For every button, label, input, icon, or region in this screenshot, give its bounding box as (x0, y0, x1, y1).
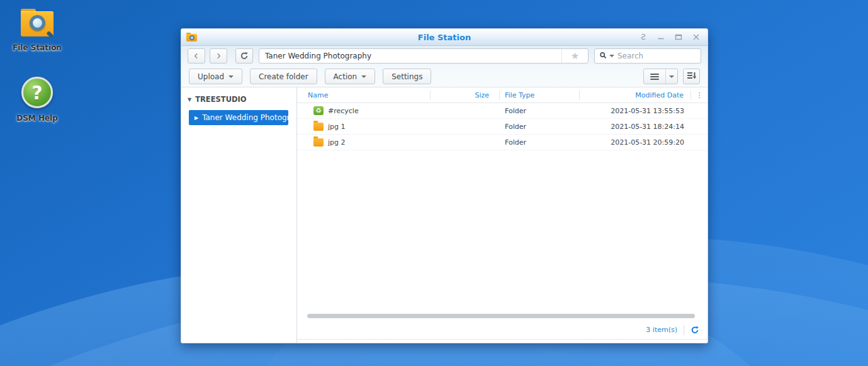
folder-icon (313, 123, 324, 131)
column-options-button[interactable]: ⋮ (691, 91, 707, 100)
navigation-bar: ★ (181, 46, 707, 66)
refresh-list-icon[interactable] (690, 326, 699, 335)
desktop-icon-dsm-help[interactable]: ? DSM Help (3, 77, 72, 123)
file-list: #recycle Folder 2021-05-31 13:55:53 jpg … (297, 103, 707, 321)
path-field: ★ (259, 48, 589, 64)
search-options-caret-icon[interactable] (609, 55, 614, 57)
column-header-name[interactable]: Name (297, 91, 431, 100)
caret-down-icon (228, 75, 234, 78)
minimize-icon[interactable] (657, 33, 665, 41)
window-title: File Station (181, 33, 707, 42)
view-mode-caret[interactable] (665, 69, 677, 84)
caret-down-icon (669, 75, 674, 78)
column-header-modified-date[interactable]: Modified Date (580, 91, 691, 100)
create-folder-button[interactable]: Create folder (250, 69, 317, 84)
forward-button[interactable] (210, 48, 227, 64)
column-options-icon: ⋮ (696, 91, 703, 99)
view-mode-button[interactable] (643, 69, 678, 84)
refresh-button[interactable] (235, 48, 253, 64)
sidebar-item-taner-wedding-photography[interactable]: ▶ Taner Wedding Photogr (189, 110, 288, 125)
sort-icon (687, 70, 697, 82)
file-name: jpg 2 (328, 138, 346, 147)
table-header: Name Size File Type Modified Date ⋮ (297, 87, 707, 103)
table-row[interactable]: jpg 1 Folder 2021-05-31 18:24:14 (297, 119, 707, 135)
file-list-panel: Name Size File Type Modified Date ⋮ #rec… (297, 87, 707, 343)
window-titlebar[interactable]: File Station Ƨ (181, 29, 707, 46)
folder-tree-sidebar: ▼ TREESTUDIO ▶ Taner Wedding Photogr (181, 87, 297, 343)
column-header-size[interactable]: Size (431, 91, 500, 100)
toolbar: Upload Create folder Action Settings (181, 66, 707, 87)
settings-button[interactable]: Settings (383, 69, 431, 84)
items-count: 3 item(s) (646, 326, 677, 334)
file-station-mini-icon (186, 33, 198, 42)
status-separator (684, 325, 684, 335)
caret-down-icon (361, 75, 366, 78)
table-row[interactable]: jpg 2 Folder 2021-05-31 20:59:20 (297, 135, 707, 150)
desktop-icon-label: DSM Help (3, 114, 72, 123)
desktop-icon-file-station[interactable]: File Station (3, 9, 72, 52)
tree-collapsed-icon[interactable]: ▶ (194, 115, 198, 121)
path-input[interactable] (259, 49, 561, 63)
star-bookmark-icon[interactable]: ★ (561, 49, 588, 63)
desktop-icon-label: File Station (3, 43, 72, 52)
close-icon[interactable] (692, 33, 700, 41)
column-header-file-type[interactable]: File Type (500, 91, 580, 100)
help-icon: ? (21, 77, 53, 108)
upload-button[interactable]: Upload (189, 69, 242, 84)
sort-button[interactable] (683, 69, 700, 84)
file-station-window: File Station Ƨ ★ (181, 28, 708, 343)
back-button[interactable] (188, 48, 205, 64)
folder-icon (313, 138, 324, 147)
search-box (594, 48, 701, 64)
status-bar: 3 item(s) (297, 321, 707, 340)
file-name: jpg 1 (328, 123, 346, 131)
magnifier-icon (30, 15, 45, 31)
file-station-icon (20, 9, 55, 38)
list-view-icon[interactable] (644, 69, 665, 84)
horizontal-scrollbar[interactable] (307, 314, 695, 318)
file-name: #recycle (328, 107, 359, 115)
table-row[interactable]: #recycle Folder 2021-05-31 13:55:53 (297, 103, 707, 119)
recycle-icon (313, 106, 324, 115)
search-input[interactable] (617, 52, 696, 60)
sidebar-item-treestudio[interactable]: ▼ TREESTUDIO (181, 93, 296, 106)
action-button[interactable]: Action (325, 69, 376, 84)
tree-expand-icon[interactable]: ▼ (188, 97, 191, 103)
search-icon (599, 50, 607, 62)
pin-icon[interactable]: Ƨ (640, 33, 647, 41)
maximize-icon[interactable] (675, 33, 682, 41)
